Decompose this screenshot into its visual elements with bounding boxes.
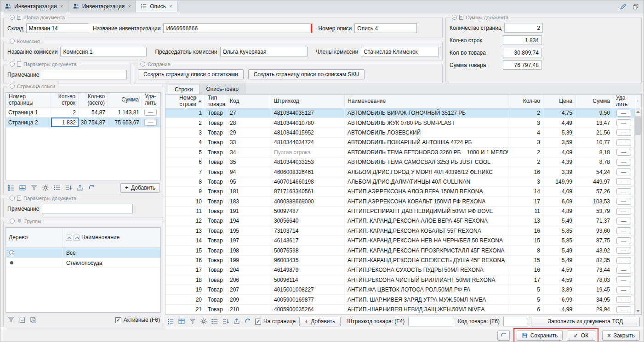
bulleted-list-icon[interactable]	[211, 318, 218, 325]
delete-row-button[interactable]: —	[616, 129, 631, 136]
delete-row-button[interactable]: —	[616, 149, 631, 156]
on-page-checkbox[interactable]: ✓	[255, 319, 261, 325]
goods-sum-input[interactable]	[503, 60, 541, 70]
pages-count-input[interactable]	[504, 23, 543, 33]
column-header-delete[interactable]: Уда-лить	[142, 93, 160, 107]
tab-opis-tovar[interactable]: Опись-товар	[199, 84, 245, 94]
item-row[interactable]: 20Товар2094005900169877АНТИП.-ШАР.НИВЕЯ …	[165, 295, 634, 304]
delete-row-button[interactable]: —	[616, 267, 631, 274]
delete-row-button[interactable]: —	[616, 198, 631, 205]
sort-ascending-icon[interactable]	[66, 235, 72, 241]
gear-icon[interactable]	[42, 184, 49, 191]
page-row[interactable]: Страница 1254,871 143,81—	[6, 107, 160, 118]
item-row[interactable]: 10Товар1834000388669000АНТИП.АЭР.РЕКСОНА…	[165, 197, 634, 207]
item-row[interactable]: 18Товар20650096114АНТИП.РЕКСОНА ЧИСТЫЙ Б…	[165, 275, 634, 285]
collapse-group-icon[interactable]	[10, 39, 15, 44]
column-header-line-number[interactable]: Номер строки	[165, 95, 205, 108]
refresh-icon[interactable]	[244, 318, 251, 325]
delete-row-button[interactable]: —	[616, 139, 631, 146]
column-header-delete[interactable]: Уда-лить	[613, 95, 634, 108]
filter-icon[interactable]	[30, 184, 38, 191]
delete-row-button[interactable]: —	[616, 286, 631, 293]
delete-row-button[interactable]: —	[616, 306, 631, 313]
lines-count-input[interactable]	[503, 35, 541, 45]
edit-pencil-icon[interactable]	[620, 3, 627, 10]
delete-row-button[interactable]: —	[616, 257, 631, 264]
active-groups-checkbox[interactable]: ✓	[115, 317, 121, 323]
delete-row-button[interactable]: —	[616, 208, 631, 215]
close-tab-icon[interactable]: ×	[127, 4, 131, 9]
numbered-rows-icon[interactable]	[7, 184, 15, 191]
tab-inventarizaciya[interactable]: Инвентаризация ×	[68, 0, 136, 12]
refresh-document-button[interactable]	[497, 331, 510, 341]
delete-row-button[interactable]: —	[616, 178, 631, 185]
column-header-page-number[interactable]: Номер страницы	[6, 93, 51, 107]
refresh-icon[interactable]	[88, 184, 95, 191]
column-header-name[interactable]: Наименование	[63, 228, 160, 247]
collapse-group-icon[interactable]	[452, 15, 457, 20]
item-row[interactable]: 9Товар1818717163340561АНТИП.АЭР.РЕКСОНА …	[165, 187, 634, 196]
delete-row-button[interactable]: —	[616, 237, 631, 244]
close-tab-icon[interactable]: ×	[60, 4, 64, 9]
add-item-button[interactable]: + Добавить	[299, 317, 341, 326]
column-header-item-type[interactable]: Тип товара	[205, 95, 227, 108]
scroll-up-icon[interactable]	[635, 108, 641, 115]
delete-row-button[interactable]: —	[616, 218, 631, 224]
expand-node-icon[interactable]	[9, 250, 14, 255]
list-number-input[interactable]	[354, 23, 417, 33]
delete-row-button[interactable]: —	[616, 227, 631, 234]
collapse-group-icon[interactable]	[10, 84, 15, 89]
note-input[interactable]	[42, 204, 133, 213]
inventory-name-input[interactable]	[163, 23, 313, 33]
collapse-all-icon[interactable]	[19, 317, 26, 324]
collapse-group-icon[interactable]	[10, 196, 15, 201]
delete-row-button[interactable]: —	[616, 247, 631, 254]
close-button[interactable]: × Закрыть	[602, 331, 640, 341]
fill-from-tsd-button[interactable]: Заполнить из документа ТСД	[531, 317, 640, 326]
item-row[interactable]: 8Товар954607014660198АЛЬБОМ Д/РИС.ДАЛМАТ…	[165, 177, 634, 187]
item-row[interactable]: 17Товар20446149879АНТИП.РЕКСОНА СУХОСТЬ …	[165, 265, 634, 275]
collapse-group-icon[interactable]	[140, 62, 145, 67]
column-header-barcode[interactable]: Штрихкод	[271, 95, 345, 108]
delete-page-button[interactable]: —	[144, 119, 157, 126]
sort-list-icon[interactable]	[65, 184, 72, 191]
item-row[interactable]: 4Товар334810344034724АВТОМОБИЛЬ ПОЖАРНЫЙ…	[165, 138, 634, 147]
delete-page-button[interactable]: —	[144, 109, 157, 116]
filter-icon[interactable]	[189, 318, 196, 325]
gear-icon[interactable]	[200, 318, 207, 325]
item-row[interactable]: 13Товар19573103714АНТИП.-КАРАНД.РЕКСОНА …	[165, 226, 634, 236]
close-tab-icon[interactable]: ×	[169, 4, 173, 9]
create-page-with-leftovers-button[interactable]: Создать страницу описи с остатками	[138, 69, 244, 79]
column-chooser-icon[interactable]	[634, 95, 641, 108]
group-row[interactable]: Стеклопосуда	[6, 258, 160, 268]
column-header-lines[interactable]: Кол-во строк	[51, 93, 79, 107]
tab-opis[interactable]: Опись ×	[136, 0, 177, 12]
barcode-search-input[interactable]	[408, 317, 454, 326]
item-row[interactable]: 11Товар19150097487АНТИПЕРСПИРАНТ ДАВ НЕВ…	[165, 207, 634, 216]
item-row[interactable]: 2Товар284810344010780АВТОМОБИЛЬ ЖУК 0780…	[165, 118, 634, 128]
item-row[interactable]: 14Товар19746143617АНТИП.-КАРАНД.РЕКСОНА …	[165, 236, 634, 246]
item-row[interactable]: 19Товар2074015001008227АНТИП.ФА ЦВЕТОК Л…	[165, 285, 634, 295]
column-header-sum[interactable]: Сумма	[108, 93, 142, 107]
delete-row-button[interactable]: —	[616, 168, 631, 175]
group-row[interactable]: Все	[6, 248, 160, 258]
delete-row-button[interactable]: —	[616, 296, 631, 303]
code-search-input[interactable]	[503, 317, 527, 326]
column-header-sum[interactable]: Сумма	[576, 95, 613, 108]
delete-row-button[interactable]: —	[616, 110, 631, 117]
collapse-group-icon[interactable]	[10, 15, 15, 20]
column-header-code[interactable]: Код	[227, 95, 271, 108]
members-input[interactable]	[361, 47, 439, 56]
item-row[interactable]: 21Товар2104005900035264АНТИП.-ШАР.НИВЕЯ …	[165, 305, 634, 314]
restore-layout-icon[interactable]	[633, 3, 639, 10]
scrollbar-thumb[interactable]	[635, 116, 641, 135]
ok-button[interactable]: ✓ ОК	[567, 331, 595, 341]
item-row[interactable]: 1Товар274810344035127АВТОМОБИЛЬ ВИРАЖ ГО…	[165, 108, 634, 118]
vertical-scrollbar[interactable]	[634, 108, 641, 314]
page-row[interactable]: Страница 21 83230 754,8775 653,67—	[6, 118, 160, 128]
create-page-by-sku-button[interactable]: Создать страницу описи по спискам SKU	[248, 69, 365, 79]
scroll-down-icon[interactable]	[635, 308, 641, 314]
item-row[interactable]: 3Товар294810344015952АВТОМОБИЛЬ ЛОЗЕВСКИ…	[165, 128, 634, 138]
save-button[interactable]: Сохранить	[517, 331, 563, 341]
column-header-quantity[interactable]: Кол-во (всего)	[79, 93, 108, 107]
